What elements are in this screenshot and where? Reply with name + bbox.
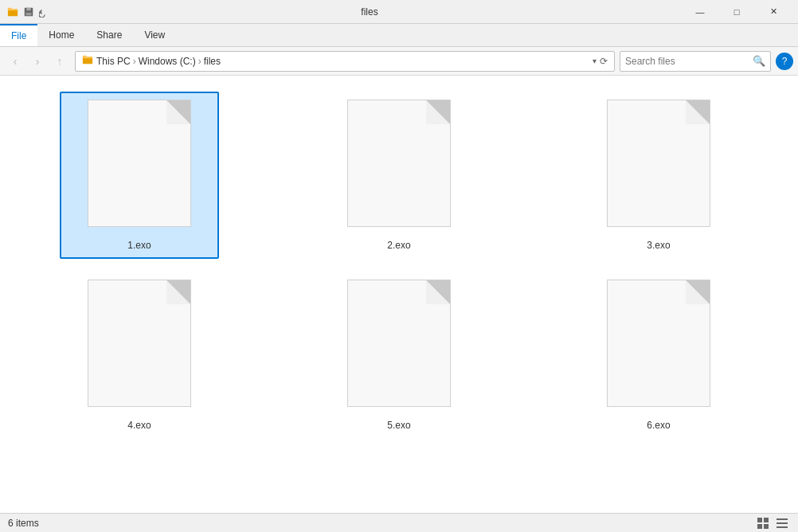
help-button[interactable]: ? — [776, 53, 793, 70]
file-name: 6.exo — [647, 420, 670, 431]
title-bar-icons — [6, 6, 51, 18]
file-page — [88, 100, 191, 227]
file-page — [347, 280, 451, 407]
file-icon — [84, 100, 195, 235]
file-item[interactable]: 1.exo — [60, 92, 219, 259]
file-item[interactable]: 2.exo — [319, 92, 479, 259]
files-grid: 1.exo 2.exo 3.exo — [6, 82, 792, 448]
file-name: 4.exo — [127, 420, 151, 431]
svg-rect-9 — [776, 518, 788, 520]
file-item[interactable]: 5.exo — [319, 272, 479, 439]
save-icon[interactable] — [22, 6, 35, 18]
details-view-button[interactable] — [774, 515, 790, 531]
undo-icon[interactable] — [38, 6, 51, 18]
close-button[interactable]: ✕ — [755, 0, 792, 24]
svg-rect-5 — [757, 518, 762, 522]
large-icon-view-button[interactable] — [755, 515, 771, 531]
file-page — [88, 280, 191, 407]
main-content: 1.exo 2.exo 3.exo — [0, 76, 798, 513]
svg-rect-11 — [776, 526, 788, 528]
file-page — [347, 100, 451, 227]
tab-file[interactable]: File — [0, 24, 37, 46]
address-refresh-icon[interactable]: ⟳ — [600, 56, 608, 67]
address-dropdown-icon[interactable]: ▾ — [593, 57, 597, 65]
svg-rect-8 — [764, 524, 769, 529]
ribbon: File Home Share View — [0, 24, 798, 47]
tab-view[interactable]: View — [133, 24, 176, 46]
nav-bar: ‹ › ↑ This PC › Windows (C:) › files ▾ ⟳… — [0, 47, 798, 76]
file-icon — [84, 280, 195, 415]
title-bar: files — □ ✕ — [0, 0, 798, 24]
search-input[interactable] — [625, 56, 753, 67]
file-item[interactable]: 4.exo — [60, 272, 219, 439]
breadcrumb-files[interactable]: files — [204, 56, 221, 67]
back-button[interactable]: ‹ — [5, 51, 25, 72]
file-item[interactable]: 6.exo — [579, 272, 738, 439]
tab-share[interactable]: Share — [85, 24, 133, 46]
svg-rect-6 — [764, 518, 769, 522]
window-title: files — [57, 6, 682, 18]
svg-rect-3 — [26, 12, 32, 15]
file-name: 3.exo — [647, 240, 670, 251]
forward-button[interactable]: › — [27, 51, 48, 72]
file-page — [607, 280, 710, 407]
search-bar[interactable]: 🔍 — [620, 51, 771, 72]
file-icon — [343, 100, 455, 235]
window-controls: — □ ✕ — [682, 0, 792, 24]
file-icon — [603, 280, 714, 415]
file-item[interactable]: 3.exo — [579, 92, 738, 259]
svg-rect-2 — [26, 7, 30, 10]
file-name: 1.exo — [127, 240, 151, 251]
file-name: 5.exo — [387, 420, 410, 431]
up-button[interactable]: ↑ — [49, 51, 70, 72]
file-page — [607, 100, 710, 227]
address-bar[interactable]: This PC › Windows (C:) › files ▾ ⟳ — [75, 51, 615, 72]
svg-rect-7 — [757, 524, 762, 529]
breadcrumb-this-pc[interactable]: This PC — [96, 56, 131, 67]
minimize-button[interactable]: — — [682, 0, 718, 24]
ribbon-tabs: File Home Share View — [0, 24, 798, 46]
view-controls — [755, 515, 790, 531]
svg-rect-10 — [776, 522, 788, 524]
breadcrumb-windows-c[interactable]: Windows (C:) — [139, 56, 196, 67]
file-icon — [603, 100, 714, 235]
file-name: 2.exo — [387, 240, 410, 251]
breadcrumb-icon — [82, 54, 93, 68]
folder-icon — [6, 6, 19, 18]
status-bar: 6 items — [0, 513, 798, 532]
item-count: 6 items — [8, 518, 39, 529]
tab-home[interactable]: Home — [37, 24, 85, 46]
maximize-button[interactable]: □ — [718, 0, 755, 24]
file-icon — [343, 280, 455, 415]
search-icon[interactable]: 🔍 — [753, 55, 765, 67]
